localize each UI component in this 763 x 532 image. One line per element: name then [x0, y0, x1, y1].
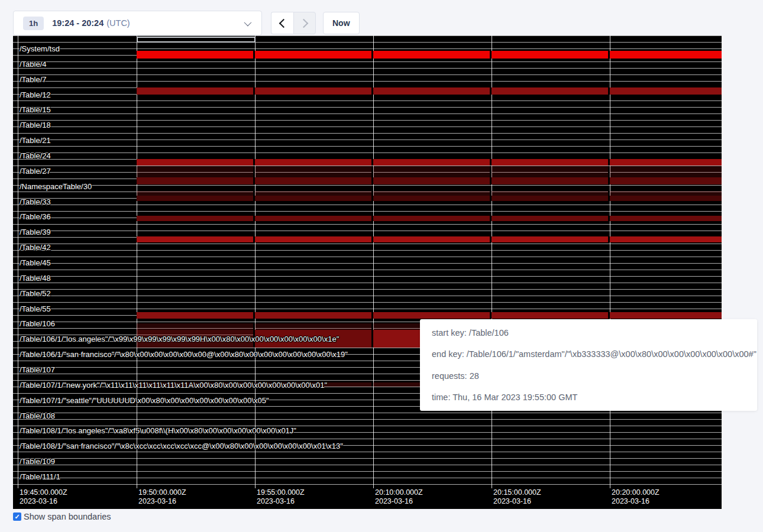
tooltip-end-key: end key: /Table/106/1/"amsterdam"/"\xb33… [432, 349, 745, 359]
span-key-label: /NamespaceTable/30 [20, 183, 92, 191]
hot-span-band [137, 166, 722, 177]
span-key-label: /Table/107 [20, 366, 55, 374]
hot-span-band [137, 216, 722, 221]
span-key-label: /Table/39 [20, 228, 51, 236]
span-key-label: /Table/42 [20, 244, 51, 252]
time-range-selector[interactable]: 1h 19:24 - 20:24 (UTC) [13, 11, 262, 35]
span-key-label: /Table/55 [20, 305, 51, 313]
time-axis-tick: 20:20:00.000Z2023-03-16 [612, 488, 659, 506]
span-key-label: /Table/106/1/"san francisco"/"\x80\x00\x… [20, 351, 348, 359]
show-span-boundaries-checkbox[interactable]: ✓ [13, 512, 21, 521]
tooltip-start-key: start key: /Table/106 [432, 328, 745, 338]
chevron-right-icon [299, 18, 308, 28]
tooltip-requests: requests: 28 [432, 371, 745, 381]
time-nav-group [271, 12, 316, 34]
span-key-label: /Table/12 [20, 91, 51, 99]
span-key-label: /Table/106/1/"los angeles"/"\x99\x99\x99… [20, 335, 339, 343]
time-gridline [137, 35, 137, 488]
show-span-boundaries-control[interactable]: ✓ Show span boundaries [13, 512, 111, 521]
hot-span-band [137, 312, 722, 319]
span-key-label: /Table/15 [20, 106, 51, 114]
hot-span-band [137, 177, 722, 184]
span-key-label: /Table/36 [20, 213, 51, 221]
time-gridline [610, 35, 610, 488]
hot-span-band [137, 159, 722, 166]
span-key-label: /Table/108/1/"san francisco"/"\x8c\xcc\x… [20, 442, 343, 450]
checkmark-icon: ✓ [14, 514, 20, 520]
time-axis-tick: 20:15:00.000Z2023-03-16 [493, 488, 541, 506]
previous-range-button[interactable] [271, 12, 293, 34]
time-axis-tick: 19:45:00.000Z2023-03-16 [20, 488, 67, 506]
span-tooltip: start key: /Table/106 end key: /Table/10… [420, 319, 757, 411]
span-key-label: /Table/18 [20, 121, 51, 129]
hot-span-band [137, 196, 722, 201]
span-key-label: /Table/107/1/"seattle"/"UUUUUUD\x00\x80\… [20, 397, 269, 405]
time-range-text: 19:24 - 20:24 [52, 18, 104, 28]
time-range-timezone: (UTC) [106, 18, 130, 28]
span-key-label: /Table/48 [20, 274, 51, 283]
span-key-label: /Table/4 [20, 60, 47, 69]
hot-span-band [137, 191, 722, 196]
key-visualizer-plot: /System/tsd/Table/4/Table/7/Table/12/Tab… [13, 35, 722, 488]
span-key-label: /Table/108/1/"los angeles"/"\xa8\xf5\u00… [20, 427, 296, 435]
time-axis-tick: 19:50:00.000Z2023-03-16 [138, 488, 186, 506]
hot-span-band [137, 51, 722, 59]
span-key-label: /Table/24 [20, 152, 51, 160]
span-key-label: /Table/107/1/"new york"/"\x11\x11\x11\x1… [20, 381, 327, 390]
chevron-left-icon [279, 18, 289, 28]
chevron-down-icon [244, 18, 252, 26]
key-visualizer-canvas[interactable]: /System/tsd/Table/4/Table/7/Table/12/Tab… [13, 35, 722, 509]
span-key-label: /Table/7 [20, 76, 47, 84]
hot-span-band [137, 87, 722, 95]
span-key-label: /Table/109 [20, 458, 55, 466]
span-key-label: /Table/33 [20, 198, 51, 206]
time-gridline [255, 35, 256, 488]
tooltip-time: time: Thu, 16 Mar 2023 19:55:00 GMT [432, 392, 745, 402]
show-span-boundaries-label: Show span boundaries [24, 512, 111, 521]
span-key-label: /Table/21 [20, 137, 51, 145]
now-button[interactable]: Now [323, 12, 360, 34]
span-key-label: /Table/108 [20, 412, 55, 420]
span-key-label: /Table/52 [20, 290, 51, 298]
time-gridline [18, 35, 18, 488]
span-key-label: /Table/111/1 [20, 473, 60, 481]
span-key-label: /Table/106 [20, 320, 55, 328]
span-key-label: /System/tsd [20, 45, 60, 53]
span-key-label: /Table/45 [20, 259, 51, 267]
hovered-span-outline [137, 37, 256, 43]
next-range-button-disabled[interactable] [293, 12, 316, 34]
span-key-label: /Table/27 [20, 167, 51, 176]
time-axis-tick: 20:10:00.000Z2023-03-16 [375, 488, 423, 506]
time-gridline [373, 35, 374, 488]
time-gridline [492, 35, 492, 488]
time-range-badge: 1h [23, 17, 44, 30]
hot-span-band [137, 236, 722, 242]
time-axis-tick: 19:55:00.000Z2023-03-16 [257, 488, 305, 506]
